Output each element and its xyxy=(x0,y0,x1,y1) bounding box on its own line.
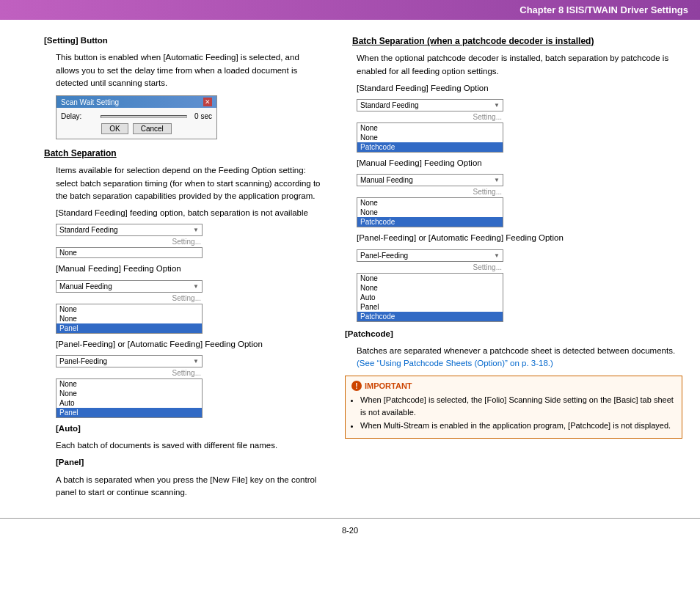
panel-feeding-label-right: Panel-Feeding xyxy=(360,252,408,260)
scan-wait-title-label: Scan Wait Setting xyxy=(61,98,119,106)
manual-feeding-option-label-right: [Manual Feeding] Feeding Option xyxy=(357,158,482,167)
scan-wait-buttons: OK Cancel xyxy=(61,123,212,134)
none-r2-option[interactable]: None xyxy=(357,133,503,142)
standard-feeding-widget-left: Standard Feeding ▼ Setting... None xyxy=(56,224,203,258)
important-bullet-1: When [Patchcode] is selected, the [Folio… xyxy=(360,394,676,418)
standard-feeding-select-left[interactable]: Standard Feeding ▼ xyxy=(56,224,203,236)
patchcode-desc: Batches are separated whenever a patchco… xyxy=(357,345,682,370)
page-footer: 8-20 xyxy=(0,518,700,542)
manual-feeding-label-right: Manual Feeding xyxy=(360,176,413,184)
panel-feeding-option-label-left: [Panel-Feeding] or [Automatic Feeding] F… xyxy=(56,340,263,348)
scan-wait-close-btn[interactable]: ✕ xyxy=(203,98,212,106)
manual-feeding-select-right[interactable]: Manual Feeding ▼ xyxy=(357,174,503,186)
none2-option-left[interactable]: None xyxy=(56,304,202,314)
auto-desc: Each batch of documents is saved with di… xyxy=(56,439,323,452)
delay-slider[interactable] xyxy=(101,115,187,118)
standard-feeding-arrow-right: ▼ xyxy=(494,102,500,109)
none-r1-option[interactable]: None xyxy=(357,123,503,133)
none-r6-option[interactable]: None xyxy=(357,283,503,293)
left-column: [Setting] Button This button is enabled … xyxy=(0,34,338,503)
important-bullet-list: When [Patchcode] is selected, the [Folio… xyxy=(360,394,676,432)
panel-feeding-settings-left[interactable]: Setting... xyxy=(56,369,203,377)
panel-feeding-arrow-right: ▼ xyxy=(494,252,500,259)
standard-feeding-arrow-left: ▼ xyxy=(193,227,199,233)
panel2-option-left[interactable]: Panel xyxy=(56,408,202,417)
scan-wait-delay-row: Delay: 0 sec xyxy=(61,112,212,120)
panel-option-left[interactable]: Panel xyxy=(56,323,202,333)
manual-feeding-option-label-left: [Manual Feeding] Feeding Option xyxy=(56,264,181,273)
standard-feeding-options-right: None None Patchcode xyxy=(357,122,503,153)
manual-feeding-select-left[interactable]: Manual Feeding ▼ xyxy=(56,280,203,293)
manual-feeding-arrow-left: ▼ xyxy=(193,283,199,290)
patchcode-r1-option[interactable]: Patchcode xyxy=(357,142,503,152)
delay-label: Delay: xyxy=(61,112,98,120)
none5-option-left[interactable]: None xyxy=(56,389,202,398)
auto-option-left[interactable]: Auto xyxy=(56,398,202,408)
manual-feeding-options-left: None None Panel xyxy=(56,304,203,334)
important-box: ! IMPORTANT When [Patchcode] is selected… xyxy=(345,376,682,439)
scan-wait-body: Delay: 0 sec OK Cancel xyxy=(56,108,216,139)
panel-feeding-select-left[interactable]: Panel-Feeding ▼ xyxy=(56,355,203,367)
manual-feeding-settings-left[interactable]: Setting... xyxy=(56,294,203,302)
main-content: [Setting] Button This button is enabled … xyxy=(0,20,700,503)
standard-feeding-settings-left[interactable]: Setting... xyxy=(56,238,203,246)
panel-feeding-options-right: None None Auto Panel Patchcode xyxy=(357,273,503,322)
important-title-row: ! IMPORTANT xyxy=(351,381,676,391)
standard-feeding-settings-right[interactable]: Setting... xyxy=(357,113,503,121)
panel-feeding-select-right[interactable]: Panel-Feeding ▼ xyxy=(357,249,503,262)
standard-feeding-widget-right: Standard Feeding ▼ Setting... None None … xyxy=(357,99,503,153)
setting-button-title: [Setting] Button xyxy=(44,36,108,45)
none-option-left[interactable]: None xyxy=(56,248,202,257)
patchcode-r3-option[interactable]: Patchcode xyxy=(357,312,503,321)
patchcode-title: [Patchcode] xyxy=(345,329,393,338)
standard-feeding-option-label-right: [Standard Feeding] Feeding Option xyxy=(357,84,489,92)
important-icon: ! xyxy=(351,381,362,391)
manual-feeding-options-right: None None Patchcode xyxy=(357,197,503,227)
standard-feeding-label-right: Standard Feeding xyxy=(360,101,419,109)
scan-wait-cancel-btn[interactable]: Cancel xyxy=(133,123,172,134)
panel-desc: A batch is separated when you press the … xyxy=(56,474,323,500)
right-column: Batch Separation (when a patchcode decod… xyxy=(338,34,697,503)
manual-feeding-widget-right: Manual Feeding ▼ Setting... None None Pa… xyxy=(357,174,503,227)
none-r4-option[interactable]: None xyxy=(357,208,503,217)
patchcode-r2-option[interactable]: Patchcode xyxy=(357,217,503,227)
batch-sep-patchcode-title: Batch Separation (when a patchcode decod… xyxy=(345,36,608,46)
none3-option-left[interactable]: None xyxy=(56,314,202,323)
standard-feeding-options-left: None xyxy=(56,247,203,258)
scan-wait-widget: Scan Wait Setting ✕ Delay: 0 sec OK Canc… xyxy=(56,95,217,139)
panel-feeding-option-label-right: [Panel-Feeding] or [Automatic Feeding] F… xyxy=(357,233,564,242)
panel-feeding-arrow-left: ▼ xyxy=(193,358,199,365)
standard-feeding-select-right[interactable]: Standard Feeding ▼ xyxy=(357,99,503,111)
panel-feeding-label-left: Panel-Feeding xyxy=(59,357,107,365)
scan-wait-ok-btn[interactable]: OK xyxy=(101,123,128,134)
batch-sep-patchcode-desc: When the optional patchcode decoder is i… xyxy=(357,52,682,78)
panel-feeding-options-left: None None Auto Panel xyxy=(56,378,203,418)
important-title-label: IMPORTANT xyxy=(365,381,412,390)
batch-separation-title: Batch Separation xyxy=(44,148,117,158)
delay-value: 0 sec xyxy=(190,112,212,120)
panel-desc-title: [Panel] xyxy=(56,458,84,467)
page-number: 8-20 xyxy=(342,526,358,535)
panel-r1-option[interactable]: Panel xyxy=(357,302,503,312)
standard-feeding-label-left: Standard Feeding xyxy=(59,226,118,234)
none-r3-option[interactable]: None xyxy=(357,198,503,208)
chapter-header: Chapter 8 ISIS/TWAIN Driver Settings xyxy=(0,0,700,20)
batch-desc1: Items available for selection depend on … xyxy=(56,164,323,202)
panel-feeding-settings-right[interactable]: Setting... xyxy=(357,263,503,271)
important-bullet-2: When Multi-Stream is enabled in the appl… xyxy=(360,420,676,432)
none-r5-option[interactable]: None xyxy=(357,274,503,283)
batch-desc2: [Standard Feeding] feeding option, batch… xyxy=(56,207,323,219)
manual-feeding-settings-right[interactable]: Setting... xyxy=(357,188,503,196)
auto-desc-title: [Auto] xyxy=(56,424,81,433)
patchcode-link[interactable]: (See “Using Patchcode Sheets (Option)” o… xyxy=(357,359,553,367)
manual-feeding-widget-left: Manual Feeding ▼ Setting... None None Pa… xyxy=(56,280,203,334)
manual-feeding-arrow-right: ▼ xyxy=(494,177,500,183)
panel-feeding-widget-left: Panel-Feeding ▼ Setting... None None Aut… xyxy=(56,355,203,418)
none4-option-left[interactable]: None xyxy=(56,379,202,389)
scan-wait-title-bar: Scan Wait Setting ✕ xyxy=(56,96,216,108)
setting-button-desc: This button is enabled when [Automatic F… xyxy=(56,51,323,89)
chapter-title: Chapter 8 ISIS/TWAIN Driver Settings xyxy=(519,4,688,15)
panel-feeding-widget-right: Panel-Feeding ▼ Setting... None None Aut… xyxy=(357,249,503,322)
auto-r1-option[interactable]: Auto xyxy=(357,293,503,302)
manual-feeding-label-left: Manual Feeding xyxy=(59,282,112,290)
